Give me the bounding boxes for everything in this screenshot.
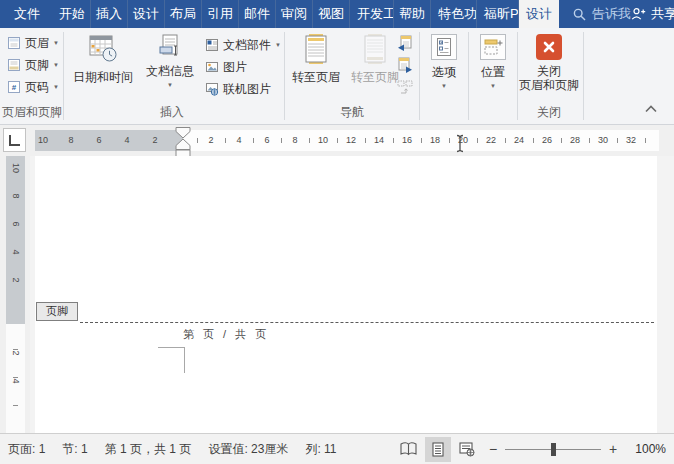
share-label: 共享 [651, 5, 674, 23]
footer-page-field-text[interactable]: 第 页 / 共 页 [183, 327, 269, 342]
date-time-button[interactable]: 日期和时间 [66, 34, 140, 84]
horizontal-ruler: 108642 2468101214161820222426283032 [0, 125, 674, 156]
document-info-button[interactable]: 文档信息 ▼ [141, 34, 199, 88]
ruler-number: 4 [113, 130, 141, 151]
next-section-button[interactable] [396, 56, 414, 74]
page[interactable] [35, 156, 657, 433]
tab-header-footer-design-active[interactable]: 设计 [519, 0, 559, 28]
status-page-indicator[interactable]: 页面: 1 [8, 441, 45, 458]
share-button[interactable]: 共享 [631, 0, 674, 28]
ruler-number: 4 [2, 243, 30, 262]
ruler-number: 10 [309, 130, 337, 151]
goto-header-icon [303, 34, 329, 64]
read-mode-icon [400, 442, 417, 456]
page-number-label: 页码 [25, 79, 49, 96]
tab-references[interactable]: 引用 [202, 0, 239, 28]
options-label: 选项 [432, 65, 456, 79]
tab-review[interactable]: 审阅 [276, 0, 313, 28]
indent-markers[interactable] [175, 127, 191, 158]
status-section-indicator[interactable]: 节: 1 [62, 441, 87, 458]
hanging-indent-marker[interactable] [176, 139, 190, 150]
first-line-indent-marker[interactable] [176, 128, 190, 139]
ruler-band[interactable]: 108642 2468101214161820222426283032 [35, 130, 659, 151]
footer-button[interactable]: 页脚 ▼ [3, 55, 59, 75]
ruler-number: 8 [57, 130, 85, 151]
position-dropdown-caret: ▼ [490, 83, 496, 89]
vertical-ruler-band[interactable]: 108642 24 [6, 156, 25, 433]
picture-icon [205, 60, 219, 74]
tab-file[interactable]: 文件 [0, 0, 54, 28]
zoom-slider[interactable] [505, 443, 601, 456]
picture-button[interactable]: 图片 [201, 57, 247, 77]
goto-footer-button: 转至页脚 [347, 34, 403, 84]
text-boundary-corner-mark [158, 347, 185, 373]
group-label-close: 关闭 [507, 104, 591, 121]
web-layout-icon [459, 442, 475, 457]
close-header-footer-button[interactable]: 关闭 页眉和页脚 [514, 34, 584, 92]
tab-design[interactable]: 设计 [128, 0, 165, 28]
tell-me-box[interactable]: 告诉我 [573, 0, 631, 28]
tab-stop-selector[interactable] [3, 128, 26, 152]
options-icon [435, 37, 453, 57]
zoom-slider-thumb[interactable] [551, 443, 556, 456]
page-number-icon: # [7, 80, 21, 94]
ruler-number: 6 [2, 215, 30, 234]
web-layout-button[interactable] [453, 437, 481, 462]
options-dropdown-caret: ▼ [441, 83, 447, 89]
previous-section-button[interactable] [396, 34, 414, 52]
status-left: 页面: 1 节: 1 第 1 页，共 1 页 设置值: 23厘米 列: 11 [0, 441, 337, 458]
tab-developer[interactable]: 开发工具 [350, 0, 394, 28]
tab-mailings[interactable]: 邮件 [239, 0, 276, 28]
tab-insert[interactable]: 插入 [91, 0, 128, 28]
read-mode-button[interactable] [394, 437, 423, 461]
online-pictures-label: 联机图片 [223, 81, 271, 98]
zoom-in-button[interactable]: + [603, 442, 623, 456]
group-label-insert: 插入 [130, 104, 214, 121]
print-layout-button[interactable] [425, 437, 451, 462]
status-page-of-indicator[interactable]: 第 1 页，共 1 页 [105, 441, 192, 458]
zoom-out-button[interactable]: − [483, 442, 503, 456]
tab-special-features[interactable]: 特色功能 [431, 0, 477, 28]
group-separator [583, 32, 584, 120]
header-button[interactable]: 页眉 ▼ [3, 33, 59, 53]
online-pictures-button[interactable]: 联机图片 [201, 79, 271, 99]
close-label-line1: 关闭 [537, 64, 561, 78]
page-number-button[interactable]: # 页码 ▼ [3, 77, 59, 97]
ruler-number: 18 [421, 130, 449, 151]
tell-me-label: 告诉我 [592, 5, 631, 23]
ruler-number: 6 [253, 130, 281, 151]
group-label-navigation: 导航 [310, 104, 394, 121]
ruler-number: 14 [365, 130, 393, 151]
tab-view[interactable]: 视图 [313, 0, 350, 28]
collapse-ribbon-button[interactable] [645, 102, 661, 112]
ruler-margin-numbers: 108642 [29, 130, 169, 151]
position-icon [483, 37, 503, 57]
goto-footer-label: 转至页脚 [351, 70, 399, 84]
ibeam-cursor [452, 134, 468, 153]
link-to-previous-button [396, 78, 414, 96]
ruler-body-numbers: 2468101214161820222426283032 [197, 130, 645, 151]
options-iconbox [431, 34, 457, 60]
quick-parts-dropdown-caret: ▼ [275, 42, 281, 48]
vertical-ruler-upper-numbers: 108642 [6, 154, 25, 294]
goto-header-button[interactable]: 转至页眉 [287, 34, 345, 84]
options-button[interactable]: 选项 ▼ [421, 34, 467, 89]
zoom-level[interactable]: 100% [625, 442, 666, 456]
tab-layout[interactable]: 布局 [165, 0, 202, 28]
chevron-up-icon [645, 105, 657, 113]
tab-home[interactable]: 开始 [54, 0, 91, 28]
position-button[interactable]: 位置 ▼ [470, 34, 516, 89]
ruler-number: 2 [197, 130, 225, 151]
goto-header-label: 转至页眉 [292, 70, 340, 84]
tab-foxit-pdf[interactable]: 福昕PDF [477, 0, 519, 28]
tab-help[interactable]: 帮助 [394, 0, 431, 28]
status-vertical-position: 设置值: 23厘米 [208, 441, 288, 458]
status-right: − + 100% [394, 437, 674, 462]
position-iconbox [480, 34, 506, 60]
date-time-icon [88, 34, 118, 62]
quick-parts-button[interactable]: 文档部件 ▼ [201, 35, 281, 55]
ruler-number: 12 [337, 130, 365, 151]
quick-parts-label: 文档部件 [223, 37, 271, 54]
date-time-label: 日期和时间 [73, 70, 133, 84]
footer-tag: 页脚 [36, 302, 78, 321]
